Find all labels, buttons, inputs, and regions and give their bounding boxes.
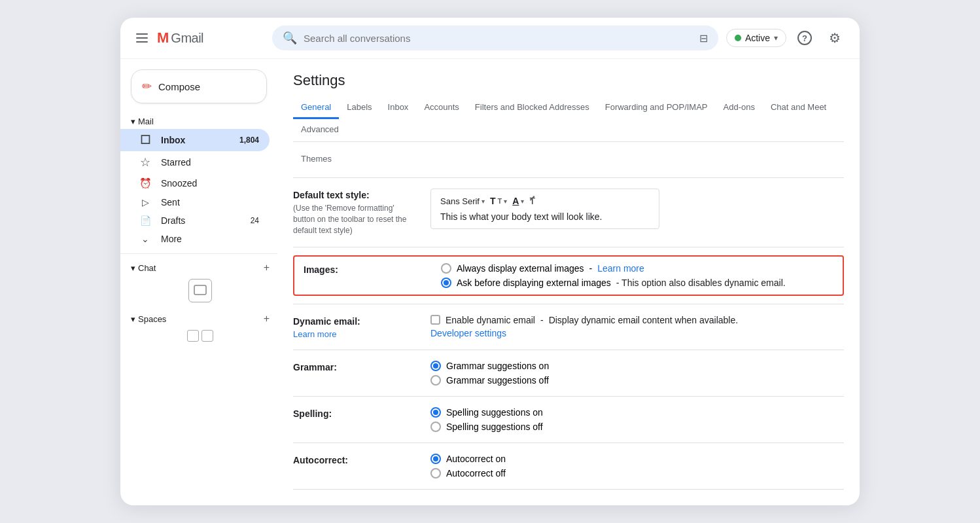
spaces-section-header[interactable]: ▾ Spaces + [131,313,270,325]
grammar-on-option[interactable]: Grammar suggestions on [430,361,844,371]
text-style-toolbar: Sans Serif ▾ T T ▾ A ▾ [440,196,650,206]
snoozed-icon: ⏰ [139,177,152,189]
tab-filters[interactable]: Filters and Blocked Addresses [467,97,597,119]
images-ask-radio[interactable] [441,278,451,288]
sent-icon: ▷ [139,197,152,207]
spaces-section-label: Spaces [138,314,166,324]
autocorrect-on-radio[interactable] [430,454,441,464]
tab-themes[interactable]: Themes [293,147,844,172]
tab-advanced[interactable]: Advanced [293,119,347,141]
dynamic-email-checkbox-option[interactable]: Enable dynamic email - Display dynamic e… [430,315,844,325]
app-window: M Gmail 🔍 ⊟ Active ▾ ? ⚙ [120,18,860,505]
font-selector[interactable]: Sans Serif ▾ [440,196,485,206]
chat-section-header[interactable]: ▾ Chat + [131,262,270,274]
autocorrect-off-label: Autocorrect off [446,468,506,478]
grammar-off-label: Grammar suggestions off [446,375,549,386]
svg-rect-0 [194,285,206,295]
images-label-text: Images: [304,264,338,275]
remove-formatting-icon: T [529,196,535,206]
sidebar-item-more[interactable]: ⌄ More [120,230,270,248]
spaces-placeholder [187,330,213,342]
grammar-off-radio[interactable] [430,375,441,386]
sidebar-item-inbox[interactable]: ☐ Inbox 1,804 [120,129,270,151]
grammar-off-option[interactable]: Grammar suggestions off [430,375,844,386]
dynamic-email-content: Enable dynamic email - Display dynamic e… [430,315,844,338]
spelling-on-radio[interactable] [430,407,441,418]
tab-general[interactable]: General [293,97,339,119]
help-button[interactable]: ? [793,26,816,50]
active-status-button[interactable]: Active ▾ [726,29,786,47]
grammar-on-label: Grammar suggestions on [446,361,549,371]
autocorrect-on-option[interactable]: Autocorrect on [430,454,844,464]
images-learn-more-link[interactable]: Learn more [597,263,644,274]
autocorrect-off-option[interactable]: Autocorrect off [430,468,844,478]
search-bar[interactable]: 🔍 ⊟ [272,26,718,50]
font-size-selector[interactable]: T T ▾ [490,196,507,206]
chevron-down-icon: ▾ [774,33,778,43]
header-left: M Gmail [133,29,264,46]
autocorrect-row: Autocorrect: Autocorrect on Autocorrect … [293,443,844,490]
help-icon: ? [797,31,812,45]
active-label: Active [745,33,770,43]
tab-accounts[interactable]: Accounts [416,97,466,119]
sidebar-item-sent[interactable]: ▷ Sent [120,193,270,211]
hamburger-icon[interactable] [133,31,150,45]
font-color-icon: A [512,196,519,206]
spelling-off-radio[interactable] [430,422,441,432]
inbox-icon: ☐ [139,133,152,147]
images-always-option[interactable]: Always display external images - Learn m… [441,263,833,274]
starred-label: Starred [161,157,259,168]
sidebar-item-snoozed[interactable]: ⏰ Snoozed [120,173,270,193]
spelling-off-label: Spelling suggestions off [446,422,543,432]
settings-content: Settings General Labels Inbox Accounts F… [277,59,860,505]
sidebar-item-drafts[interactable]: 📄 Drafts 24 [120,211,270,230]
dynamic-email-checkbox[interactable] [430,315,440,325]
font-color-selector[interactable]: A ▾ [512,196,524,206]
spaces-section: ▾ Spaces + [120,310,277,350]
sidebar-item-starred[interactable]: ☆ Starred [120,151,270,173]
header: M Gmail 🔍 ⊟ Active ▾ ? ⚙ [120,18,860,59]
images-ask-suffix: - This option also disables dynamic emai… [616,278,786,288]
mail-section-label[interactable]: ▾ Mail [120,114,277,129]
developer-settings-link[interactable]: Developer settings [430,328,844,338]
tab-inbox[interactable]: Inbox [380,97,417,119]
compose-button[interactable]: ✏ Compose [131,69,267,103]
dynamic-email-dash: - [540,315,544,325]
header-right: Active ▾ ? ⚙ [726,26,847,50]
gmail-logo: M Gmail [157,29,203,46]
tab-addons[interactable]: Add-ons [716,97,763,119]
search-filter-icon[interactable]: ⊟ [699,32,708,45]
dynamic-email-row: Dynamic email: Learn more Enable dynamic… [293,304,844,350]
grammar-on-radio[interactable] [430,361,441,371]
font-color-chevron-icon: ▾ [521,198,524,205]
default-text-style-label: Default text style: (Use the 'Remove for… [293,189,417,236]
autocorrect-off-radio[interactable] [430,468,441,478]
tab-labels[interactable]: Labels [339,97,379,119]
gmail-label: Gmail [171,31,203,46]
tab-chat[interactable]: Chat and Meet [763,97,834,119]
settings-button[interactable]: ⚙ [823,26,847,50]
images-ask-option[interactable]: Ask before displaying external images - … [441,278,833,288]
spelling-off-option[interactable]: Spelling suggestions off [430,422,844,432]
spelling-on-option[interactable]: Spelling suggestions on [430,407,844,418]
images-row: Images: Always display external images -… [293,255,844,296]
sidebar-divider-1 [120,253,277,254]
grammar-content: Grammar suggestions on Grammar suggestio… [430,361,844,386]
remove-formatting-button[interactable]: T [529,196,535,206]
spaces-collapse-arrow: ▾ [131,314,135,324]
search-input[interactable] [304,33,693,44]
tab-forwarding[interactable]: Forwarding and POP/IMAP [597,97,716,119]
grammar-row: Grammar: Grammar suggestions on Grammar … [293,350,844,397]
font-size-t2-icon: T [498,197,502,205]
drafts-count: 24 [251,216,259,225]
starred-icon: ☆ [139,155,152,170]
images-always-label: Always display external images [457,263,584,274]
font-chevron-icon: ▾ [481,198,485,205]
spaces-add-icon[interactable]: + [264,313,270,325]
images-always-radio[interactable] [441,263,451,274]
default-text-style-sublabel: (Use the 'Remove formatting' button on t… [293,203,417,236]
sidebar: ✏ Compose ▾ Mail ☐ Inbox 1,804 ☆ Starred… [120,59,277,505]
images-always-dash: - [589,263,593,274]
dynamic-email-learn-more-link[interactable]: Learn more [293,329,417,339]
chat-add-icon[interactable]: + [264,262,270,274]
